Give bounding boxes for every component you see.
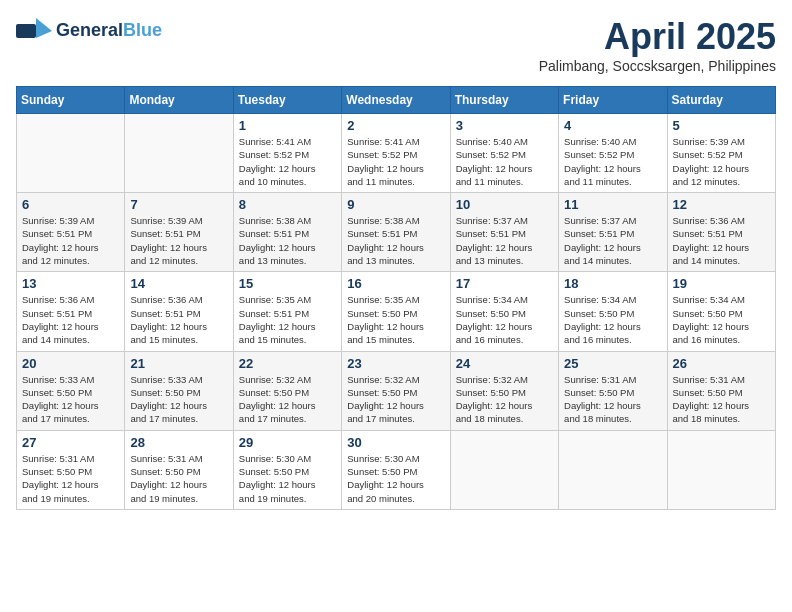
day-info: Sunrise: 5:39 AM Sunset: 5:51 PM Dayligh… [22, 214, 119, 267]
day-info: Sunrise: 5:38 AM Sunset: 5:51 PM Dayligh… [347, 214, 444, 267]
day-info: Sunrise: 5:38 AM Sunset: 5:51 PM Dayligh… [239, 214, 336, 267]
day-info: Sunrise: 5:40 AM Sunset: 5:52 PM Dayligh… [456, 135, 553, 188]
day-info: Sunrise: 5:31 AM Sunset: 5:50 PM Dayligh… [673, 373, 770, 426]
day-number: 29 [239, 435, 336, 450]
weekday-header-wednesday: Wednesday [342, 87, 450, 114]
day-number: 27 [22, 435, 119, 450]
calendar-cell [450, 430, 558, 509]
calendar-cell: 19Sunrise: 5:34 AM Sunset: 5:50 PM Dayli… [667, 272, 775, 351]
day-number: 12 [673, 197, 770, 212]
calendar-cell [17, 114, 125, 193]
day-info: Sunrise: 5:33 AM Sunset: 5:50 PM Dayligh… [22, 373, 119, 426]
day-info: Sunrise: 5:39 AM Sunset: 5:52 PM Dayligh… [673, 135, 770, 188]
day-number: 9 [347, 197, 444, 212]
day-info: Sunrise: 5:30 AM Sunset: 5:50 PM Dayligh… [239, 452, 336, 505]
calendar-cell [125, 114, 233, 193]
calendar-cell: 28Sunrise: 5:31 AM Sunset: 5:50 PM Dayli… [125, 430, 233, 509]
day-number: 23 [347, 356, 444, 371]
day-info: Sunrise: 5:41 AM Sunset: 5:52 PM Dayligh… [239, 135, 336, 188]
day-number: 28 [130, 435, 227, 450]
calendar-week-row: 20Sunrise: 5:33 AM Sunset: 5:50 PM Dayli… [17, 351, 776, 430]
calendar-cell: 22Sunrise: 5:32 AM Sunset: 5:50 PM Dayli… [233, 351, 341, 430]
calendar-cell: 23Sunrise: 5:32 AM Sunset: 5:50 PM Dayli… [342, 351, 450, 430]
day-number: 19 [673, 276, 770, 291]
calendar-cell: 24Sunrise: 5:32 AM Sunset: 5:50 PM Dayli… [450, 351, 558, 430]
day-info: Sunrise: 5:34 AM Sunset: 5:50 PM Dayligh… [456, 293, 553, 346]
day-number: 21 [130, 356, 227, 371]
svg-marker-1 [36, 18, 52, 38]
title-area: April 2025 Palimbang, Soccsksargen, Phil… [539, 16, 776, 74]
calendar-cell [559, 430, 667, 509]
calendar-cell: 27Sunrise: 5:31 AM Sunset: 5:50 PM Dayli… [17, 430, 125, 509]
calendar-cell: 20Sunrise: 5:33 AM Sunset: 5:50 PM Dayli… [17, 351, 125, 430]
svg-rect-0 [16, 24, 36, 38]
calendar-cell: 17Sunrise: 5:34 AM Sunset: 5:50 PM Dayli… [450, 272, 558, 351]
day-number: 1 [239, 118, 336, 133]
calendar-cell: 8Sunrise: 5:38 AM Sunset: 5:51 PM Daylig… [233, 193, 341, 272]
day-number: 14 [130, 276, 227, 291]
day-number: 20 [22, 356, 119, 371]
day-info: Sunrise: 5:36 AM Sunset: 5:51 PM Dayligh… [22, 293, 119, 346]
calendar-cell: 30Sunrise: 5:30 AM Sunset: 5:50 PM Dayli… [342, 430, 450, 509]
day-number: 11 [564, 197, 661, 212]
day-number: 18 [564, 276, 661, 291]
day-number: 8 [239, 197, 336, 212]
calendar-cell: 25Sunrise: 5:31 AM Sunset: 5:50 PM Dayli… [559, 351, 667, 430]
logo-blue: Blue [123, 20, 162, 40]
day-info: Sunrise: 5:34 AM Sunset: 5:50 PM Dayligh… [673, 293, 770, 346]
day-info: Sunrise: 5:36 AM Sunset: 5:51 PM Dayligh… [130, 293, 227, 346]
day-info: Sunrise: 5:30 AM Sunset: 5:50 PM Dayligh… [347, 452, 444, 505]
calendar-week-row: 1Sunrise: 5:41 AM Sunset: 5:52 PM Daylig… [17, 114, 776, 193]
day-number: 6 [22, 197, 119, 212]
logo: GeneralBlue [16, 16, 162, 46]
calendar-cell: 15Sunrise: 5:35 AM Sunset: 5:51 PM Dayli… [233, 272, 341, 351]
calendar-cell: 18Sunrise: 5:34 AM Sunset: 5:50 PM Dayli… [559, 272, 667, 351]
calendar-cell: 21Sunrise: 5:33 AM Sunset: 5:50 PM Dayli… [125, 351, 233, 430]
calendar-cell: 13Sunrise: 5:36 AM Sunset: 5:51 PM Dayli… [17, 272, 125, 351]
page-header: GeneralBlue April 2025 Palimbang, Soccsk… [16, 16, 776, 74]
calendar-cell: 3Sunrise: 5:40 AM Sunset: 5:52 PM Daylig… [450, 114, 558, 193]
day-info: Sunrise: 5:37 AM Sunset: 5:51 PM Dayligh… [456, 214, 553, 267]
day-info: Sunrise: 5:32 AM Sunset: 5:50 PM Dayligh… [239, 373, 336, 426]
calendar-cell [667, 430, 775, 509]
day-number: 2 [347, 118, 444, 133]
day-info: Sunrise: 5:32 AM Sunset: 5:50 PM Dayligh… [456, 373, 553, 426]
calendar-cell: 29Sunrise: 5:30 AM Sunset: 5:50 PM Dayli… [233, 430, 341, 509]
day-info: Sunrise: 5:35 AM Sunset: 5:50 PM Dayligh… [347, 293, 444, 346]
calendar-table: SundayMondayTuesdayWednesdayThursdayFrid… [16, 86, 776, 510]
calendar-cell: 14Sunrise: 5:36 AM Sunset: 5:51 PM Dayli… [125, 272, 233, 351]
calendar-cell: 16Sunrise: 5:35 AM Sunset: 5:50 PM Dayli… [342, 272, 450, 351]
day-info: Sunrise: 5:36 AM Sunset: 5:51 PM Dayligh… [673, 214, 770, 267]
calendar-cell: 12Sunrise: 5:36 AM Sunset: 5:51 PM Dayli… [667, 193, 775, 272]
day-info: Sunrise: 5:40 AM Sunset: 5:52 PM Dayligh… [564, 135, 661, 188]
weekday-header-monday: Monday [125, 87, 233, 114]
calendar-cell: 5Sunrise: 5:39 AM Sunset: 5:52 PM Daylig… [667, 114, 775, 193]
calendar-cell: 26Sunrise: 5:31 AM Sunset: 5:50 PM Dayli… [667, 351, 775, 430]
subtitle: Palimbang, Soccsksargen, Philippines [539, 58, 776, 74]
calendar-week-row: 13Sunrise: 5:36 AM Sunset: 5:51 PM Dayli… [17, 272, 776, 351]
day-info: Sunrise: 5:41 AM Sunset: 5:52 PM Dayligh… [347, 135, 444, 188]
logo-icon [16, 16, 52, 46]
day-number: 16 [347, 276, 444, 291]
day-number: 25 [564, 356, 661, 371]
day-info: Sunrise: 5:39 AM Sunset: 5:51 PM Dayligh… [130, 214, 227, 267]
month-title: April 2025 [539, 16, 776, 58]
day-number: 30 [347, 435, 444, 450]
weekday-header-sunday: Sunday [17, 87, 125, 114]
calendar-cell: 1Sunrise: 5:41 AM Sunset: 5:52 PM Daylig… [233, 114, 341, 193]
calendar-week-row: 27Sunrise: 5:31 AM Sunset: 5:50 PM Dayli… [17, 430, 776, 509]
day-info: Sunrise: 5:35 AM Sunset: 5:51 PM Dayligh… [239, 293, 336, 346]
day-info: Sunrise: 5:32 AM Sunset: 5:50 PM Dayligh… [347, 373, 444, 426]
day-number: 24 [456, 356, 553, 371]
day-number: 26 [673, 356, 770, 371]
weekday-header-saturday: Saturday [667, 87, 775, 114]
weekday-header-friday: Friday [559, 87, 667, 114]
logo-general: General [56, 20, 123, 40]
calendar-cell: 10Sunrise: 5:37 AM Sunset: 5:51 PM Dayli… [450, 193, 558, 272]
day-number: 13 [22, 276, 119, 291]
calendar-cell: 9Sunrise: 5:38 AM Sunset: 5:51 PM Daylig… [342, 193, 450, 272]
calendar-week-row: 6Sunrise: 5:39 AM Sunset: 5:51 PM Daylig… [17, 193, 776, 272]
calendar-cell: 2Sunrise: 5:41 AM Sunset: 5:52 PM Daylig… [342, 114, 450, 193]
day-info: Sunrise: 5:31 AM Sunset: 5:50 PM Dayligh… [130, 452, 227, 505]
day-info: Sunrise: 5:33 AM Sunset: 5:50 PM Dayligh… [130, 373, 227, 426]
